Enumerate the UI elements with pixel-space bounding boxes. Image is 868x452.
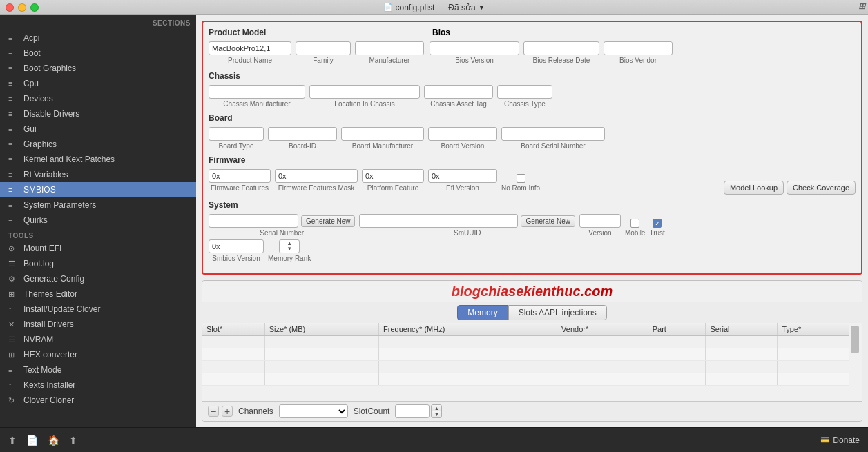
sidebar-item-boot[interactable]: ≡Boot [0, 46, 196, 61]
tools-item-themes-editor[interactable]: ⊞Themes Editor [0, 286, 196, 302]
smbios-panel: Product Model Product Name Family Man [202, 21, 862, 275]
tools-item-install-drivers[interactable]: ✕Install Drivers [0, 317, 196, 332]
sidebar-item-kernel-kext[interactable]: ≡Kernel and Kext Patches [0, 152, 196, 167]
chassis-fields: Chassis Manufacturer Location In Chassis… [209, 85, 856, 108]
generate-serial-button[interactable]: Generate New [301, 215, 355, 227]
bios-version-group: Bios Version [430, 41, 519, 64]
tools-icon-clover-cloner: ↻ [8, 396, 18, 405]
tools-item-nvram[interactable]: ☰NVRAM [0, 332, 196, 347]
board-manufacturer-label: Board Manufacturer [352, 142, 413, 150]
share-icon[interactable]: ⬆ [69, 435, 77, 446]
chassis-type-input[interactable] [497, 85, 552, 99]
sidebar-item-smbios[interactable]: ≡SMBIOS [0, 182, 196, 197]
memory-rank-dropdown[interactable]: ▲ ▼ [279, 239, 300, 253]
board-version-input[interactable] [428, 127, 497, 141]
scrollbar-thumb[interactable] [851, 326, 859, 353]
product-name-input[interactable] [209, 41, 291, 55]
tools-item-hex-converter[interactable]: ⊞HEX converter [0, 347, 196, 362]
minimize-button[interactable] [18, 3, 26, 12]
watermark-text: blogchiasekienthuc.com [452, 284, 613, 299]
table-row [202, 373, 849, 386]
efi-version-input[interactable] [428, 169, 497, 183]
board-serial-number-label: Board Serial Number [521, 142, 585, 150]
mobile-group: Mobile [625, 219, 645, 237]
platform-feature-input[interactable] [362, 169, 424, 183]
table-row [202, 348, 849, 361]
document-icon[interactable]: 📄 [26, 435, 38, 446]
tools-label-install-drivers: Install Drivers [23, 320, 74, 329]
product-name-group: Product Name [209, 41, 291, 64]
bios-section: Bios Bios Version Bios Release Date B [430, 28, 856, 67]
smuuid-input[interactable] [359, 214, 518, 228]
location-in-chassis-input[interactable] [309, 85, 420, 99]
board-serial-number-input[interactable] [501, 127, 605, 141]
sections-header: SECTIONS [0, 15, 196, 30]
tab-slots-aapl[interactable]: Slots AAPL injections [508, 305, 607, 320]
check-coverage-button[interactable]: Check Coverage [787, 181, 856, 195]
remove-row-button[interactable]: − [208, 406, 219, 417]
sidebar-icon-smbios: ≡ [8, 186, 18, 194]
manufacturer-input[interactable] [355, 41, 424, 55]
sidebar-item-boot-graphics[interactable]: ≡Boot Graphics [0, 61, 196, 76]
sidebar-item-rt-variables[interactable]: ≡Rt Variables [0, 167, 196, 182]
tools-item-text-mode[interactable]: ≡Text Mode [0, 362, 196, 377]
generate-smuuid-button[interactable]: Generate New [521, 215, 575, 227]
sidebar-item-system-parameters[interactable]: ≡System Parameters [0, 197, 196, 213]
bios-release-date-input[interactable] [523, 41, 599, 55]
sidebar-icon-cpu: ≡ [8, 79, 18, 88]
bios-title: Bios [430, 28, 856, 37]
firmware-features-mask-input[interactable] [275, 169, 358, 183]
no-rom-info-checkbox[interactable] [517, 174, 525, 183]
sidebar-item-graphics[interactable]: ≡Graphics [0, 137, 196, 152]
tools-icon-kexts-installer: ↑ [8, 381, 18, 389]
upload-icon[interactable]: ⬆ [8, 435, 17, 446]
sidebar-icon-quirks: ≡ [8, 216, 18, 224]
board-type-input[interactable] [209, 127, 264, 141]
version-input[interactable] [579, 214, 621, 228]
stepper-down[interactable]: ▼ [432, 411, 441, 417]
chassis-manufacturer-input[interactable] [209, 85, 305, 99]
sidebar-label-rt-variables: Rt Variables [23, 170, 68, 179]
tools-item-install-update-clover[interactable]: ↑Install/Update Clover [0, 302, 196, 317]
stepper-up[interactable]: ▲ [432, 405, 441, 411]
sidebar-item-gui[interactable]: ≡Gui [0, 121, 196, 137]
family-input[interactable] [296, 41, 351, 55]
slot-count-input[interactable] [395, 404, 430, 418]
tools-icon-generate-config: ⚙ [8, 275, 18, 284]
sidebar-item-acpi[interactable]: ≡Acpi [0, 30, 196, 46]
title-dropdown[interactable]: ▼ [479, 3, 485, 11]
bios-vendor-input[interactable] [604, 41, 673, 55]
sidebar-item-cpu[interactable]: ≡Cpu [0, 76, 196, 91]
sidebar-item-devices[interactable]: ≡Devices [0, 91, 196, 106]
model-lookup-button[interactable]: Model Lookup [724, 181, 784, 195]
trust-checkbox[interactable]: ✓ [653, 219, 662, 228]
tools-label-hex-converter: HEX converter [23, 350, 77, 360]
memory-rank-label: Memory Rank [268, 255, 311, 262]
smbios-version-input[interactable] [209, 239, 264, 253]
sidebar-item-disable-drivers[interactable]: ≡Disable Drivers [0, 106, 196, 121]
tools-item-boot-log[interactable]: ☰Boot.log [0, 256, 196, 271]
tab-memory[interactable]: Memory [457, 305, 508, 320]
tools-item-kexts-installer[interactable]: ↑Kexts Installer [0, 377, 196, 393]
tools-label-clover-cloner: Clover Cloner [23, 395, 74, 405]
tools-item-generate-config[interactable]: ⚙Generate Config [0, 271, 196, 286]
serial-number-input[interactable] [209, 214, 298, 228]
bios-version-input[interactable] [430, 41, 519, 55]
mobile-checkbox[interactable] [630, 219, 639, 228]
chassis-asset-tag-input[interactable] [424, 85, 493, 99]
maximize-button[interactable] [30, 3, 39, 12]
sidebar-item-quirks[interactable]: ≡Quirks [0, 213, 196, 228]
add-row-button[interactable]: + [222, 406, 233, 417]
donate-button[interactable]: 💳 Donate [820, 435, 860, 445]
close-button[interactable] [6, 3, 14, 12]
firmware-features-input[interactable] [209, 169, 271, 183]
firmware-features-label: Firmware Features [211, 184, 269, 192]
board-serial-number-group: Board Serial Number [501, 127, 605, 150]
board-id-input[interactable] [268, 127, 337, 141]
channels-select[interactable] [279, 404, 348, 418]
board-manufacturer-input[interactable] [341, 127, 424, 141]
tools-item-mount-efi[interactable]: ⊙Mount EFI [0, 241, 196, 256]
board-fields: Board Type Board-ID Board Manufacturer B… [209, 127, 856, 150]
home-icon[interactable]: 🏠 [48, 435, 59, 446]
tools-item-clover-cloner[interactable]: ↻Clover Cloner [0, 393, 196, 408]
